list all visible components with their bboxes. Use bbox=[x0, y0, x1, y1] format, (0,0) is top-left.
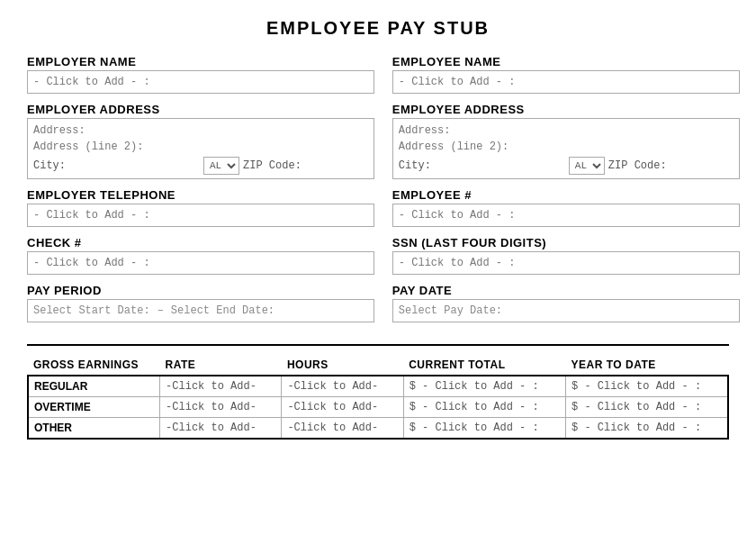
check-number-group: CHECK # bbox=[27, 236, 374, 275]
row-ytd-2[interactable]: $ - Click to Add - : bbox=[566, 418, 728, 440]
earnings-table: GROSS EARNINGS RATE HOURS CURRENT TOTAL … bbox=[27, 355, 729, 440]
row-label-1: OVERTIME bbox=[28, 397, 160, 418]
employer-address-box: City: ALAKAZARCA COCTDEFLGA HIIDILINIA K… bbox=[27, 118, 374, 179]
employer-state-select[interactable]: ALAKAZARCA COCTDEFLGA HIIDILINIA KSKYLAM… bbox=[203, 157, 239, 175]
pay-period-box: Select Start Date: – Select End Date: bbox=[27, 299, 374, 322]
employee-city-label: City: bbox=[399, 159, 431, 172]
employee-address-group: EMPLOYEE ADDRESS City: ALAKAZARCA COCTDE… bbox=[392, 103, 740, 179]
employer-name-label: EMPLOYER NAME bbox=[27, 55, 374, 68]
table-row: REGULAR -Click to Add- -Click to Add- $ … bbox=[28, 376, 728, 397]
row-ytd-0[interactable]: $ - Click to Add - : bbox=[566, 376, 728, 397]
employee-number-label: EMPLOYEE # bbox=[392, 188, 740, 202]
employee-address-label: EMPLOYEE ADDRESS bbox=[392, 103, 740, 116]
row-rate-2[interactable]: -Click to Add- bbox=[160, 418, 282, 440]
row-label-0: REGULAR bbox=[28, 376, 160, 397]
pay-date-label: PAY DATE bbox=[392, 284, 740, 297]
pay-date-box: Select Pay Date: bbox=[392, 299, 740, 322]
employer-zip-input[interactable] bbox=[305, 159, 368, 172]
header-rate: RATE bbox=[160, 355, 282, 376]
employer-city-input[interactable] bbox=[69, 159, 200, 172]
employee-city-input[interactable] bbox=[435, 159, 565, 172]
employee-address-box: City: ALAKAZARCA COCTDEFLGA HIIDILINIA K… bbox=[392, 118, 740, 179]
employee-zip-label: ZIP Code: bbox=[608, 159, 667, 172]
header-gross-earnings: GROSS EARNINGS bbox=[28, 355, 160, 376]
ssn-label: SSN (LAST FOUR DIGITS) bbox=[392, 236, 740, 249]
row-rate-1[interactable]: -Click to Add- bbox=[160, 397, 282, 418]
employer-zip-label: ZIP Code: bbox=[243, 159, 302, 172]
row-ytd-1[interactable]: $ - Click to Add - : bbox=[566, 397, 728, 418]
row-hours-2[interactable]: -Click to Add- bbox=[282, 418, 403, 440]
employer-telephone-group: EMPLOYER TELEPHONE bbox=[27, 188, 374, 227]
employee-name-group: EMPLOYEE NAME bbox=[392, 55, 740, 94]
row-label-2: OTHER bbox=[28, 418, 160, 440]
pay-period-start-label: Select Start Date: bbox=[33, 304, 150, 317]
employer-telephone-label: EMPLOYER TELEPHONE bbox=[27, 188, 374, 202]
section-divider bbox=[27, 344, 729, 346]
employer-telephone-input[interactable] bbox=[27, 204, 374, 227]
row-current-2[interactable]: $ - Click to Add - : bbox=[403, 418, 565, 440]
table-row: OVERTIME -Click to Add- -Click to Add- $… bbox=[28, 397, 728, 418]
header-hours: HOURS bbox=[282, 355, 403, 376]
employee-name-label: EMPLOYEE NAME bbox=[392, 55, 740, 68]
pay-period-group: PAY PERIOD Select Start Date: – Select E… bbox=[27, 284, 374, 322]
row-current-1[interactable]: $ - Click to Add - : bbox=[403, 397, 565, 418]
check-number-label: CHECK # bbox=[27, 236, 374, 249]
ssn-input[interactable] bbox=[392, 251, 740, 275]
employer-address1-input[interactable] bbox=[33, 122, 368, 139]
table-row: OTHER -Click to Add- -Click to Add- $ - … bbox=[28, 418, 728, 440]
employee-zip-input[interactable] bbox=[670, 159, 734, 172]
employer-name-group: EMPLOYER NAME bbox=[27, 55, 374, 94]
pay-date-group: PAY DATE Select Pay Date: bbox=[392, 284, 740, 322]
employee-name-input[interactable] bbox=[392, 70, 740, 94]
employer-address-group: EMPLOYER ADDRESS City: ALAKAZARCA COCTDE… bbox=[27, 103, 374, 179]
employer-address-label: EMPLOYER ADDRESS bbox=[27, 103, 374, 116]
employer-address2-input[interactable] bbox=[33, 139, 368, 155]
employee-number-group: EMPLOYEE # bbox=[392, 188, 740, 227]
pay-period-end-label: Select End Date: bbox=[171, 304, 274, 317]
employee-address1-input[interactable] bbox=[399, 122, 734, 139]
employee-state-select[interactable]: ALAKAZARCA COCTDEFLGA HIIDILINIA KSKYLAM… bbox=[569, 157, 605, 175]
row-hours-1[interactable]: -Click to Add- bbox=[282, 397, 403, 418]
row-rate-0[interactable]: -Click to Add- bbox=[160, 376, 282, 397]
row-hours-0[interactable]: -Click to Add- bbox=[282, 376, 403, 397]
pay-period-separator: – bbox=[158, 304, 164, 317]
employer-city-label: City: bbox=[33, 159, 66, 172]
pay-period-label: PAY PERIOD bbox=[27, 284, 374, 297]
header-year-to-date: YEAR TO DATE bbox=[566, 355, 728, 376]
employee-address2-input[interactable] bbox=[399, 139, 734, 155]
page-title: EMPLOYEE PAY STUB bbox=[27, 18, 729, 39]
pay-date-placeholder: Select Pay Date: bbox=[399, 304, 502, 317]
employer-name-input[interactable] bbox=[27, 70, 374, 94]
employee-number-input[interactable] bbox=[392, 204, 740, 227]
ssn-group: SSN (LAST FOUR DIGITS) bbox=[392, 236, 740, 275]
header-current-total: CURRENT TOTAL bbox=[403, 355, 565, 376]
row-current-0[interactable]: $ - Click to Add - : bbox=[403, 376, 565, 397]
check-number-input[interactable] bbox=[27, 251, 374, 275]
